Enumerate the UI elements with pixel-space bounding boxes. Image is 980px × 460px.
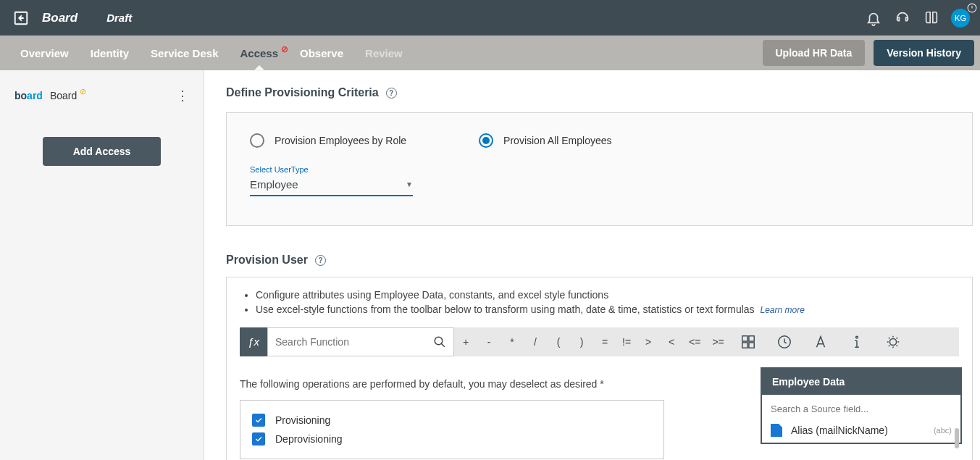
svg-rect-4 bbox=[749, 335, 754, 340]
svg-rect-5 bbox=[742, 343, 747, 348]
op-minus[interactable]: - bbox=[477, 336, 501, 348]
source-field-item[interactable]: Alias (mailNickName) (abc) bbox=[762, 419, 960, 443]
op-gt[interactable]: > bbox=[637, 336, 660, 348]
op-rparen[interactable]: ) bbox=[570, 336, 593, 348]
source-field-name: Alias (mailNickName) bbox=[791, 425, 934, 436]
op-multiply[interactable]: * bbox=[501, 336, 524, 348]
instruction-bullet-1: Configure attributes using Employee Data… bbox=[256, 288, 959, 302]
add-access-button[interactable]: Add Access bbox=[43, 137, 162, 166]
info-category-icon[interactable] bbox=[849, 334, 865, 350]
app-logo: board bbox=[14, 90, 43, 101]
top-header: Board Draft KG bbox=[0, 0, 980, 35]
sidebar: board Board⊘ ⋮ Add Access bbox=[0, 70, 204, 460]
logic-category-icon[interactable] bbox=[885, 334, 901, 350]
usertype-select-value: Employee bbox=[250, 178, 406, 191]
provision-user-title: Provision User ? bbox=[226, 254, 973, 267]
provision-user-panel: Configure attributes using Employee Data… bbox=[226, 277, 973, 460]
svg-point-8 bbox=[855, 336, 858, 338]
math-category-icon[interactable] bbox=[740, 334, 756, 350]
bell-icon[interactable] bbox=[866, 10, 881, 26]
provisioning-checkbox-row: Provisioning bbox=[252, 411, 652, 430]
instruction-bullet-2: Use excel-style functions from the toolb… bbox=[256, 302, 959, 317]
kebab-menu-icon[interactable]: ⋮ bbox=[176, 88, 189, 104]
criteria-section-title: Define Provisioning Criteria ? bbox=[226, 86, 973, 99]
svg-point-9 bbox=[889, 338, 896, 345]
avatar-alert-icon bbox=[967, 3, 977, 13]
op-gte[interactable]: >= bbox=[706, 336, 729, 348]
op-lte[interactable]: <= bbox=[683, 336, 706, 348]
op-lparen[interactable]: ( bbox=[547, 336, 570, 348]
back-icon[interactable] bbox=[13, 10, 29, 26]
usertype-select[interactable]: Employee ▼ bbox=[250, 175, 413, 196]
tab-overview[interactable]: Overview bbox=[20, 47, 69, 59]
docs-icon[interactable] bbox=[924, 10, 939, 26]
tab-access-label: Access bbox=[240, 47, 278, 59]
document-icon bbox=[771, 424, 782, 437]
criteria-title-text: Define Provisioning Criteria bbox=[226, 86, 379, 99]
help-icon[interactable]: ? bbox=[315, 255, 326, 266]
upload-hr-data-button[interactable]: Upload HR Data bbox=[763, 40, 866, 66]
radio-provision-by-role[interactable]: Provision Employees by Role bbox=[250, 133, 406, 148]
deprovisioning-checkbox[interactable] bbox=[252, 432, 265, 446]
fx-badge-icon: ƒx bbox=[240, 327, 267, 356]
radio-icon bbox=[250, 133, 264, 148]
op-plus[interactable]: + bbox=[454, 336, 477, 348]
employee-data-panel: Employee Data Alias (mailNickName) (abc) bbox=[761, 367, 962, 444]
tab-review[interactable]: Review bbox=[365, 47, 403, 59]
sub-nav: Overview Identity Service Desk Access⊘ O… bbox=[0, 35, 980, 70]
avatar-wrap: KG bbox=[939, 9, 970, 28]
text-category-icon[interactable] bbox=[813, 334, 829, 350]
function-search-input[interactable] bbox=[275, 336, 433, 348]
tab-access[interactable]: Access⊘ bbox=[240, 47, 278, 59]
radio-provision-all[interactable]: Provision All Employees bbox=[479, 133, 611, 148]
deprovisioning-label: Deprovisioning bbox=[275, 433, 343, 445]
radio-by-role-label: Provision Employees by Role bbox=[275, 135, 406, 146]
operations-box: Provisioning Deprovisioning bbox=[240, 400, 664, 459]
sidebar-app-name: Board⊘ bbox=[50, 90, 77, 101]
provisioning-label: Provisioning bbox=[275, 414, 330, 426]
radio-icon bbox=[479, 133, 493, 148]
source-field-search-input[interactable] bbox=[771, 403, 952, 414]
draft-label: Draft bbox=[106, 12, 132, 24]
version-history-button[interactable]: Version History bbox=[874, 40, 974, 66]
alert-icon: ⊘ bbox=[281, 44, 288, 54]
search-icon[interactable] bbox=[433, 335, 446, 348]
op-eq[interactable]: = bbox=[593, 336, 616, 348]
tab-identity[interactable]: Identity bbox=[91, 47, 129, 59]
op-divide[interactable]: / bbox=[524, 336, 547, 348]
fx-toolbar: ƒx + - * / ( ) = != > bbox=[240, 327, 959, 356]
sidebar-app-name-text: Board bbox=[50, 90, 77, 101]
tab-service-desk[interactable]: Service Desk bbox=[151, 47, 218, 59]
content-area: Define Provisioning Criteria ? Provision… bbox=[204, 70, 980, 460]
sidebar-app-row[interactable]: board Board⊘ ⋮ bbox=[9, 83, 195, 108]
bullet2-text: Use excel-style functions from the toolb… bbox=[256, 304, 755, 315]
employee-data-header: Employee Data bbox=[762, 369, 960, 395]
fx-operators: + - * / ( ) = != > < <= >= bbox=[454, 327, 959, 356]
learn-more-link[interactable]: Learn more bbox=[761, 305, 805, 315]
svg-rect-6 bbox=[749, 343, 754, 348]
scrollbar[interactable] bbox=[955, 428, 959, 448]
time-category-icon[interactable] bbox=[776, 334, 792, 350]
fx-search-wrap bbox=[267, 327, 454, 356]
app-title: Board bbox=[42, 11, 78, 25]
provision-user-title-text: Provision User bbox=[226, 254, 308, 267]
chevron-down-icon: ▼ bbox=[406, 180, 413, 188]
warning-icon: ⊘ bbox=[80, 87, 86, 96]
svg-rect-3 bbox=[742, 335, 747, 340]
criteria-panel: Provision Employees by Role Provision Al… bbox=[226, 112, 973, 226]
op-lt[interactable]: < bbox=[660, 336, 683, 348]
svg-point-2 bbox=[435, 337, 443, 345]
usertype-select-label: Select UserType bbox=[250, 165, 413, 174]
radio-all-label: Provision All Employees bbox=[503, 135, 611, 146]
help-icon[interactable]: ? bbox=[386, 88, 397, 99]
tab-observe[interactable]: Observe bbox=[300, 47, 343, 59]
usertype-select-group: Select UserType Employee ▼ bbox=[250, 165, 413, 196]
deprovisioning-checkbox-row: Deprovisioning bbox=[252, 430, 652, 448]
support-icon[interactable] bbox=[895, 10, 910, 26]
op-neq[interactable]: != bbox=[616, 336, 637, 348]
provisioning-checkbox[interactable] bbox=[252, 414, 265, 427]
source-field-type: (abc) bbox=[934, 426, 952, 435]
